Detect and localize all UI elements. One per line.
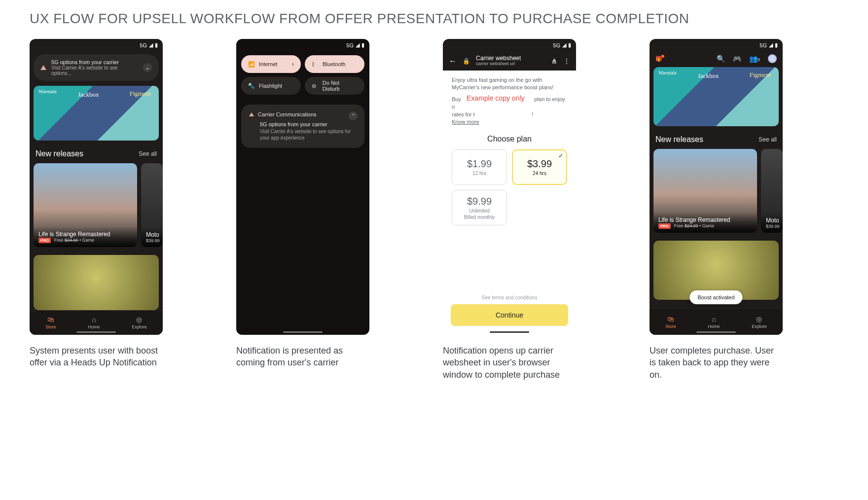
gift-icon[interactable]: 🎁	[655, 56, 662, 62]
terms-link[interactable]: See terms and conditions	[443, 291, 576, 304]
hun-title: 5G options from your carrier	[51, 59, 138, 65]
plan-option-1[interactable]: $1.99 12 hrs	[452, 149, 507, 185]
card-row: Life is Strange Remastered PRO Free $24.…	[30, 163, 163, 247]
banner-game-3: Figment	[750, 71, 771, 79]
banner-game-1: Wavetale	[658, 70, 677, 75]
phone-screen-2: 5G ◢ ▮ 📶 Internet › ᛒ Bluetooth 🔦 Flashl…	[236, 39, 369, 335]
chevron-up-icon[interactable]: ⌃	[349, 111, 358, 120]
gesture-handle[interactable]	[76, 331, 116, 333]
status-bar: 5G ◢ ▮	[650, 39, 783, 51]
phone-screen-4: 5G ◢ ▮ 🎁 🔍 🎮 👥0 Wavetale Jackbox Figment…	[650, 39, 783, 335]
lock-icon: 🔒	[463, 58, 470, 65]
nav-home[interactable]: ⌂ Home	[708, 315, 720, 329]
game-card-1[interactable]: Life is Strange Remastered PRO Free $24.…	[653, 149, 757, 233]
websheet-copy: Enjoy ultra fast gaming on the go with M…	[443, 71, 576, 132]
notif-title: 5G options from your carrier	[260, 121, 357, 127]
more-icon[interactable]: ⋮	[563, 57, 570, 65]
share-icon[interactable]: ⋔	[551, 57, 557, 65]
step-2: 5G ◢ ▮ 📶 Internet › ᛒ Bluetooth 🔦 Flashl…	[236, 39, 425, 369]
card2-title: Moto	[146, 231, 158, 238]
card1-meta: PRO Free $24.99 • Game	[38, 238, 132, 243]
chevron-right-icon: ›	[292, 61, 294, 68]
card1-strike: $24.99	[685, 223, 698, 228]
see-all-link[interactable]: See all	[139, 150, 157, 157]
card1-cat: Game	[702, 223, 715, 228]
nav-explore-label: Explore	[132, 324, 147, 329]
secondary-banner[interactable]	[34, 255, 159, 310]
network-label: 5G	[553, 42, 560, 48]
back-arrow-icon[interactable]: ←	[449, 57, 457, 66]
card2-price: $39.99	[766, 224, 778, 229]
know-more-link[interactable]: Know more	[452, 119, 479, 125]
qs-flashlight[interactable]: 🔦 Flashlight	[241, 77, 301, 95]
game-card-2[interactable]: Moto $39.99	[761, 149, 783, 233]
controller-icon[interactable]: 🎮	[733, 55, 741, 63]
caption-4: User completes purchase. User is taken b…	[650, 345, 783, 381]
notification-card[interactable]: Carrier Communications ⌃ 5G options from…	[241, 105, 364, 148]
notif-body: Visit Carrier A's website to see options…	[260, 128, 357, 141]
websheet-header: ← 🔒 Carrier websheet carrier websheet ur…	[443, 51, 576, 71]
section-header: New releases See all	[30, 141, 163, 163]
card-row: Life is Strange Remastered PRO Free $24.…	[650, 149, 783, 233]
friends-icon[interactable]: 👥0	[749, 55, 760, 63]
search-icon[interactable]: 🔍	[717, 55, 725, 63]
step-3: 5G ◢ ▮ ← 🔒 Carrier websheet carrier webs…	[443, 39, 632, 381]
plan3-price: $9.99	[467, 196, 492, 207]
caption-3: Notification opens up carrier websheet i…	[443, 345, 576, 381]
qs-flashlight-label: Flashlight	[259, 83, 282, 89]
bag-icon: 🛍	[667, 315, 675, 323]
battery-icon: ▮	[775, 42, 778, 48]
hero-banner[interactable]: Wavetale Jackbox Figment	[653, 67, 779, 126]
network-label: 5G	[140, 42, 147, 48]
plan-option-3[interactable]: $9.99 Unlimited Billed monthly	[452, 190, 507, 225]
gesture-handle[interactable]	[490, 331, 529, 333]
section-header: New releases See all	[650, 126, 783, 149]
battery-icon: ▮	[568, 42, 571, 48]
nav-store[interactable]: 🛍 Store	[45, 316, 56, 329]
plan2-price: $3.99	[527, 158, 552, 170]
step-4: 5G ◢ ▮ 🎁 🔍 🎮 👥0 Wavetale Jackbox Figment…	[650, 39, 838, 381]
heads-up-notification[interactable]: 5G options from your carrier Visit Carri…	[34, 54, 159, 81]
hero-banner[interactable]: Wavetale Jackbox Figment	[34, 86, 159, 141]
nav-explore[interactable]: ◎ Explore	[132, 316, 147, 329]
caption-2: Notification is presented as coming from…	[236, 345, 369, 369]
plan1-price: $1.99	[467, 158, 492, 170]
card2-price: $39.99	[146, 238, 158, 243]
nav-home[interactable]: ⌂ Home	[88, 316, 100, 329]
game-card-2[interactable]: Moto $39.99	[141, 163, 163, 247]
qs-dnd-label: Do Not Disturb	[323, 80, 358, 92]
nav-explore[interactable]: ◎ Explore	[752, 315, 767, 329]
continue-button[interactable]: Continue	[451, 304, 568, 326]
chevron-down-icon[interactable]: ⌄	[143, 63, 152, 72]
game-card-1[interactable]: Life is Strange Remastered PRO Free $24.…	[34, 163, 137, 247]
page-title: UX FLOW FOR UPSELL WORKFLOW FROM OFFER P…	[30, 10, 838, 27]
top-icon-bar: 🎁 🔍 🎮 👥0	[650, 51, 783, 66]
signal-icon: ◢	[562, 42, 566, 48]
carrier-triangle-icon	[40, 65, 46, 70]
qs-bluetooth[interactable]: ᛒ Bluetooth	[305, 55, 364, 73]
nav-store[interactable]: 🛍 Store	[665, 315, 676, 329]
wifi-icon: 📶	[248, 61, 255, 68]
notification-dot-icon	[661, 55, 664, 58]
notif-app-name: Carrier Communications	[258, 111, 317, 117]
hun-text: 5G options from your carrier Visit Carri…	[51, 59, 138, 76]
example-copy-overlay: Example copy only	[463, 92, 529, 105]
pro-badge: PRO	[38, 238, 51, 243]
qs-dnd[interactable]: ⊖ Do Not Disturb	[305, 77, 364, 95]
card1-free: Free	[674, 223, 684, 228]
see-all-link[interactable]: See all	[759, 136, 777, 143]
quick-settings: 📶 Internet › ᛒ Bluetooth 🔦 Flashlight ⊖ …	[236, 51, 369, 99]
qs-internet[interactable]: 📶 Internet ›	[241, 55, 301, 73]
plan2-duration: 24 hrs	[533, 171, 546, 176]
network-label: 5G	[346, 42, 354, 48]
card2-title: Moto	[766, 217, 778, 224]
avatar[interactable]	[768, 54, 777, 63]
bluetooth-icon: ᛒ	[312, 61, 319, 67]
gesture-handle[interactable]	[696, 331, 736, 333]
plan-option-2[interactable]: ✓ $3.99 24 hrs	[512, 149, 567, 185]
ws-p1: Enjoy ultra fast gaming on the go with M…	[452, 76, 567, 92]
home-icon: ⌂	[90, 316, 98, 323]
card1-cat: Game	[82, 238, 95, 243]
gesture-handle[interactable]	[283, 331, 323, 333]
card1-strike: $24.99	[65, 238, 78, 243]
